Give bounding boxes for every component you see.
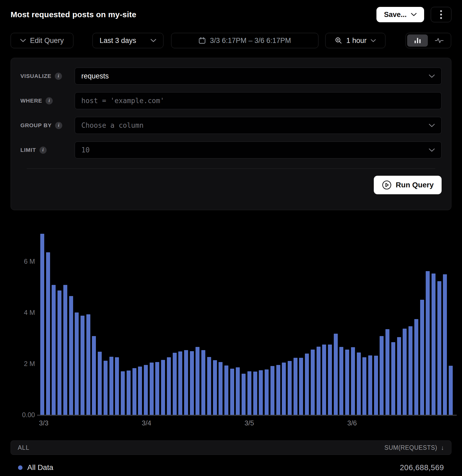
summary-row[interactable]: All Data 206,688,569 xyxy=(11,461,451,474)
bar[interactable] xyxy=(385,329,389,415)
bar[interactable] xyxy=(86,314,90,415)
bar[interactable] xyxy=(380,336,384,415)
bar[interactable] xyxy=(184,350,188,415)
bar[interactable] xyxy=(328,345,332,415)
bar[interactable] xyxy=(242,374,246,415)
group-by-select[interactable]: Choose a column xyxy=(75,117,442,134)
bar[interactable] xyxy=(132,368,136,415)
bar[interactable] xyxy=(213,360,217,415)
bar[interactable] xyxy=(190,351,194,415)
where-input[interactable] xyxy=(81,97,435,105)
line-chart-toggle[interactable] xyxy=(429,34,450,47)
sum-column-header[interactable]: SUM(REQUESTS) ↓ xyxy=(384,444,444,451)
overflow-menu-button[interactable] xyxy=(431,7,451,22)
bar[interactable] xyxy=(351,347,355,415)
bar[interactable] xyxy=(294,358,297,415)
bar[interactable] xyxy=(104,361,108,415)
bar[interactable] xyxy=(230,369,234,415)
bar[interactable] xyxy=(362,357,366,415)
bar[interactable] xyxy=(121,371,125,415)
plot-area xyxy=(40,229,454,415)
bar[interactable] xyxy=(161,360,165,415)
limit-input[interactable] xyxy=(81,146,424,154)
bar[interactable] xyxy=(196,347,199,415)
bar[interactable] xyxy=(52,285,56,415)
info-icon[interactable]: i xyxy=(46,97,53,104)
bar[interactable] xyxy=(201,350,205,415)
bar[interactable] xyxy=(155,362,159,415)
bar[interactable] xyxy=(403,329,407,415)
bar[interactable] xyxy=(150,363,154,415)
bar[interactable] xyxy=(127,371,131,415)
bar[interactable] xyxy=(173,353,177,415)
bar[interactable] xyxy=(432,274,436,415)
run-query-button[interactable]: Run Query xyxy=(374,176,442,194)
bar[interactable] xyxy=(345,350,349,415)
bar[interactable] xyxy=(397,337,401,415)
bar[interactable] xyxy=(322,345,326,415)
bar[interactable] xyxy=(219,362,223,415)
bar-chart-toggle[interactable] xyxy=(407,34,428,47)
bar[interactable] xyxy=(98,352,102,415)
bar[interactable] xyxy=(75,312,79,415)
bar[interactable] xyxy=(259,370,263,415)
bar[interactable] xyxy=(368,355,372,415)
bar[interactable] xyxy=(282,363,286,415)
limit-select[interactable] xyxy=(75,142,442,158)
bar[interactable] xyxy=(437,281,441,415)
bar[interactable] xyxy=(311,350,315,415)
bar[interactable] xyxy=(305,354,309,415)
bar[interactable] xyxy=(224,365,228,415)
bar[interactable] xyxy=(339,347,343,415)
bar[interactable] xyxy=(115,357,119,415)
bar[interactable] xyxy=(391,342,395,415)
bar[interactable] xyxy=(374,356,378,415)
bar[interactable] xyxy=(167,357,171,415)
bar[interactable] xyxy=(69,296,73,415)
bar[interactable] xyxy=(276,365,280,415)
bar[interactable] xyxy=(57,290,61,415)
visualize-select[interactable]: requests xyxy=(75,68,442,85)
bar[interactable] xyxy=(334,334,338,415)
bar[interactable] xyxy=(317,347,321,415)
kebab-menu-icon xyxy=(440,10,442,19)
page-title: Most requested posts on my-site xyxy=(11,10,136,19)
info-icon[interactable]: i xyxy=(55,73,62,80)
bar[interactable] xyxy=(138,367,142,415)
x-axis-tick-label: 3/6 xyxy=(347,419,357,427)
bar[interactable] xyxy=(288,361,292,415)
bar[interactable] xyxy=(426,271,430,415)
where-field xyxy=(75,92,442,109)
header: Most requested posts on my-site Save... xyxy=(11,7,451,22)
granularity-dropdown[interactable]: 1 hour xyxy=(325,33,385,48)
bar[interactable] xyxy=(81,316,85,415)
bar[interactable] xyxy=(40,234,44,415)
bar[interactable] xyxy=(92,336,96,415)
edit-query-button[interactable]: Edit Query xyxy=(11,33,73,48)
bar[interactable] xyxy=(247,371,251,415)
bar[interactable] xyxy=(109,357,113,415)
info-icon[interactable]: i xyxy=(39,147,47,154)
date-range-picker[interactable]: 3/3 6:17PM – 3/6 6:17PM xyxy=(171,33,318,48)
bar[interactable] xyxy=(46,252,50,415)
bar[interactable] xyxy=(270,366,274,415)
bar[interactable] xyxy=(178,351,182,415)
bar[interactable] xyxy=(420,300,424,415)
bar[interactable] xyxy=(144,365,148,415)
save-button[interactable]: Save... xyxy=(376,7,424,22)
chevron-down-icon xyxy=(429,148,435,152)
time-range-preset-dropdown[interactable]: Last 3 days xyxy=(92,33,163,48)
bar[interactable] xyxy=(63,285,67,415)
bar[interactable] xyxy=(236,367,240,415)
bar[interactable] xyxy=(357,352,361,415)
bar[interactable] xyxy=(443,274,447,415)
bar[interactable] xyxy=(408,326,412,415)
bar[interactable] xyxy=(449,366,453,415)
bar[interactable] xyxy=(414,319,418,415)
info-icon[interactable]: i xyxy=(55,122,62,129)
play-circle-icon xyxy=(382,180,392,190)
bar[interactable] xyxy=(207,357,211,415)
bar[interactable] xyxy=(299,358,303,415)
bar[interactable] xyxy=(253,372,257,415)
bar[interactable] xyxy=(265,369,269,415)
